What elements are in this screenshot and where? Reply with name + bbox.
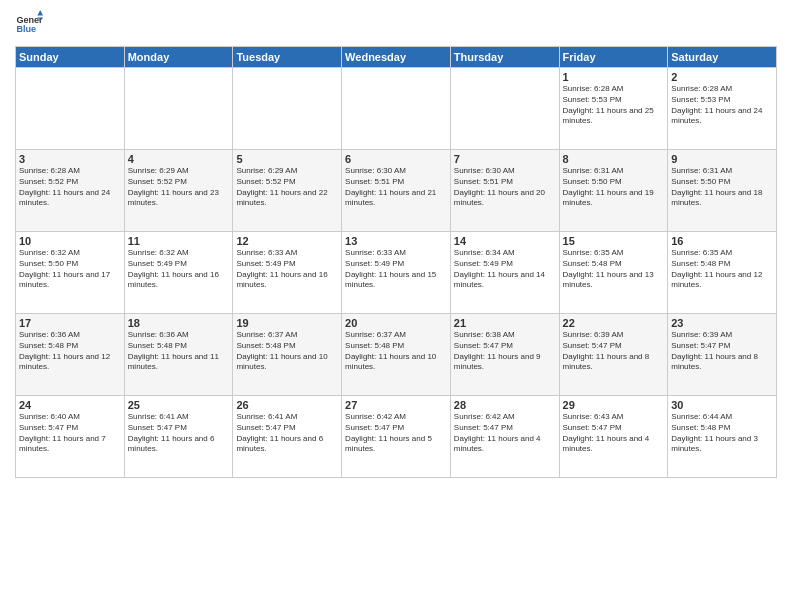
day-info: Sunrise: 6:28 AM Sunset: 5:53 PM Dayligh… [563, 84, 665, 127]
day-header-thursday: Thursday [450, 47, 559, 68]
week-row-3: 10Sunrise: 6:32 AM Sunset: 5:50 PM Dayli… [16, 232, 777, 314]
day-number: 9 [671, 153, 773, 165]
day-cell: 26Sunrise: 6:41 AM Sunset: 5:47 PM Dayli… [233, 396, 342, 478]
day-info: Sunrise: 6:37 AM Sunset: 5:48 PM Dayligh… [236, 330, 338, 373]
day-info: Sunrise: 6:35 AM Sunset: 5:48 PM Dayligh… [671, 248, 773, 291]
svg-marker-2 [37, 10, 43, 16]
day-cell: 21Sunrise: 6:38 AM Sunset: 5:47 PM Dayli… [450, 314, 559, 396]
day-number: 11 [128, 235, 230, 247]
day-number: 18 [128, 317, 230, 329]
day-info: Sunrise: 6:28 AM Sunset: 5:53 PM Dayligh… [671, 84, 773, 127]
day-cell [233, 68, 342, 150]
day-cell: 8Sunrise: 6:31 AM Sunset: 5:50 PM Daylig… [559, 150, 668, 232]
day-cell: 16Sunrise: 6:35 AM Sunset: 5:48 PM Dayli… [668, 232, 777, 314]
day-number: 26 [236, 399, 338, 411]
day-number: 10 [19, 235, 121, 247]
day-info: Sunrise: 6:36 AM Sunset: 5:48 PM Dayligh… [19, 330, 121, 373]
day-info: Sunrise: 6:33 AM Sunset: 5:49 PM Dayligh… [345, 248, 447, 291]
day-info: Sunrise: 6:28 AM Sunset: 5:52 PM Dayligh… [19, 166, 121, 209]
day-cell: 19Sunrise: 6:37 AM Sunset: 5:48 PM Dayli… [233, 314, 342, 396]
day-info: Sunrise: 6:37 AM Sunset: 5:48 PM Dayligh… [345, 330, 447, 373]
day-header-tuesday: Tuesday [233, 47, 342, 68]
day-cell [450, 68, 559, 150]
day-number: 8 [563, 153, 665, 165]
day-info: Sunrise: 6:33 AM Sunset: 5:49 PM Dayligh… [236, 248, 338, 291]
calendar-container: General Blue SundayMondayTuesdayWednesda… [0, 0, 792, 483]
day-cell: 2Sunrise: 6:28 AM Sunset: 5:53 PM Daylig… [668, 68, 777, 150]
day-info: Sunrise: 6:34 AM Sunset: 5:49 PM Dayligh… [454, 248, 556, 291]
day-cell: 28Sunrise: 6:42 AM Sunset: 5:47 PM Dayli… [450, 396, 559, 478]
week-row-4: 17Sunrise: 6:36 AM Sunset: 5:48 PM Dayli… [16, 314, 777, 396]
day-number: 1 [563, 71, 665, 83]
day-cell: 27Sunrise: 6:42 AM Sunset: 5:47 PM Dayli… [342, 396, 451, 478]
day-cell: 3Sunrise: 6:28 AM Sunset: 5:52 PM Daylig… [16, 150, 125, 232]
day-number: 24 [19, 399, 121, 411]
logo: General Blue [15, 10, 43, 38]
day-header-wednesday: Wednesday [342, 47, 451, 68]
day-info: Sunrise: 6:41 AM Sunset: 5:47 PM Dayligh… [128, 412, 230, 455]
day-number: 29 [563, 399, 665, 411]
day-info: Sunrise: 6:38 AM Sunset: 5:47 PM Dayligh… [454, 330, 556, 373]
day-info: Sunrise: 6:36 AM Sunset: 5:48 PM Dayligh… [128, 330, 230, 373]
day-info: Sunrise: 6:30 AM Sunset: 5:51 PM Dayligh… [454, 166, 556, 209]
day-cell: 10Sunrise: 6:32 AM Sunset: 5:50 PM Dayli… [16, 232, 125, 314]
day-info: Sunrise: 6:32 AM Sunset: 5:50 PM Dayligh… [19, 248, 121, 291]
day-info: Sunrise: 6:29 AM Sunset: 5:52 PM Dayligh… [236, 166, 338, 209]
day-cell [16, 68, 125, 150]
day-number: 28 [454, 399, 556, 411]
day-cell: 20Sunrise: 6:37 AM Sunset: 5:48 PM Dayli… [342, 314, 451, 396]
day-number: 30 [671, 399, 773, 411]
day-number: 7 [454, 153, 556, 165]
day-number: 19 [236, 317, 338, 329]
day-info: Sunrise: 6:31 AM Sunset: 5:50 PM Dayligh… [563, 166, 665, 209]
day-header-sunday: Sunday [16, 47, 125, 68]
day-info: Sunrise: 6:39 AM Sunset: 5:47 PM Dayligh… [563, 330, 665, 373]
day-info: Sunrise: 6:30 AM Sunset: 5:51 PM Dayligh… [345, 166, 447, 209]
day-cell [124, 68, 233, 150]
day-number: 22 [563, 317, 665, 329]
day-number: 2 [671, 71, 773, 83]
day-cell: 11Sunrise: 6:32 AM Sunset: 5:49 PM Dayli… [124, 232, 233, 314]
day-info: Sunrise: 6:40 AM Sunset: 5:47 PM Dayligh… [19, 412, 121, 455]
day-cell: 29Sunrise: 6:43 AM Sunset: 5:47 PM Dayli… [559, 396, 668, 478]
day-cell: 13Sunrise: 6:33 AM Sunset: 5:49 PM Dayli… [342, 232, 451, 314]
day-header-saturday: Saturday [668, 47, 777, 68]
day-info: Sunrise: 6:35 AM Sunset: 5:48 PM Dayligh… [563, 248, 665, 291]
day-cell: 24Sunrise: 6:40 AM Sunset: 5:47 PM Dayli… [16, 396, 125, 478]
day-info: Sunrise: 6:32 AM Sunset: 5:49 PM Dayligh… [128, 248, 230, 291]
day-cell: 1Sunrise: 6:28 AM Sunset: 5:53 PM Daylig… [559, 68, 668, 150]
day-number: 21 [454, 317, 556, 329]
logo-icon: General Blue [15, 10, 43, 38]
day-number: 27 [345, 399, 447, 411]
day-number: 16 [671, 235, 773, 247]
header-row: SundayMondayTuesdayWednesdayThursdayFrid… [16, 47, 777, 68]
day-cell: 7Sunrise: 6:30 AM Sunset: 5:51 PM Daylig… [450, 150, 559, 232]
day-number: 14 [454, 235, 556, 247]
day-cell: 14Sunrise: 6:34 AM Sunset: 5:49 PM Dayli… [450, 232, 559, 314]
day-cell: 9Sunrise: 6:31 AM Sunset: 5:50 PM Daylig… [668, 150, 777, 232]
svg-text:Blue: Blue [16, 24, 36, 34]
day-number: 3 [19, 153, 121, 165]
day-number: 25 [128, 399, 230, 411]
day-header-monday: Monday [124, 47, 233, 68]
day-number: 4 [128, 153, 230, 165]
day-number: 5 [236, 153, 338, 165]
header: General Blue [15, 10, 777, 38]
calendar-table: SundayMondayTuesdayWednesdayThursdayFrid… [15, 46, 777, 478]
day-number: 6 [345, 153, 447, 165]
day-number: 12 [236, 235, 338, 247]
day-cell: 17Sunrise: 6:36 AM Sunset: 5:48 PM Dayli… [16, 314, 125, 396]
day-info: Sunrise: 6:31 AM Sunset: 5:50 PM Dayligh… [671, 166, 773, 209]
week-row-5: 24Sunrise: 6:40 AM Sunset: 5:47 PM Dayli… [16, 396, 777, 478]
day-cell: 22Sunrise: 6:39 AM Sunset: 5:47 PM Dayli… [559, 314, 668, 396]
day-cell: 4Sunrise: 6:29 AM Sunset: 5:52 PM Daylig… [124, 150, 233, 232]
week-row-1: 1Sunrise: 6:28 AM Sunset: 5:53 PM Daylig… [16, 68, 777, 150]
day-number: 17 [19, 317, 121, 329]
day-cell: 12Sunrise: 6:33 AM Sunset: 5:49 PM Dayli… [233, 232, 342, 314]
day-cell: 6Sunrise: 6:30 AM Sunset: 5:51 PM Daylig… [342, 150, 451, 232]
day-info: Sunrise: 6:43 AM Sunset: 5:47 PM Dayligh… [563, 412, 665, 455]
day-cell: 18Sunrise: 6:36 AM Sunset: 5:48 PM Dayli… [124, 314, 233, 396]
day-cell [342, 68, 451, 150]
day-info: Sunrise: 6:29 AM Sunset: 5:52 PM Dayligh… [128, 166, 230, 209]
day-number: 20 [345, 317, 447, 329]
